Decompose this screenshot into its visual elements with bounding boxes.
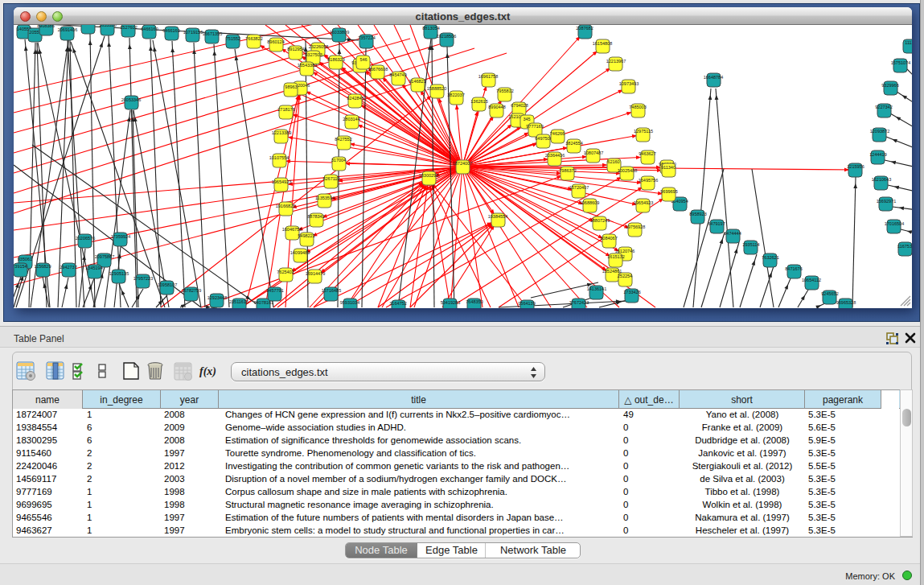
svg-text:19166825: 19166825: [276, 204, 295, 208]
svg-text:16671355: 16671355: [203, 31, 222, 36]
svg-text:6466160: 6466160: [141, 27, 158, 31]
svg-text:20691406: 20691406: [58, 27, 77, 32]
svg-text:12093872: 12093872: [870, 129, 889, 134]
svg-text:14136141: 14136141: [587, 286, 606, 291]
svg-text:10719155: 10719155: [183, 30, 203, 35]
svg-text:f(x): f(x): [199, 365, 216, 378]
svg-text:16495756: 16495756: [639, 178, 658, 183]
svg-text:116753: 116753: [897, 244, 912, 249]
svg-text:1362615: 1362615: [470, 99, 487, 104]
svg-text:546: 546: [359, 57, 367, 62]
svg-text:9329966: 9329966: [881, 83, 898, 88]
svg-text:16648784: 16648784: [704, 75, 723, 80]
svg-text:7955812: 7955812: [496, 89, 513, 93]
svg-text:16210643: 16210643: [872, 177, 891, 182]
svg-text:317004: 317004: [331, 158, 346, 163]
svg-text:17957223: 17957223: [133, 276, 153, 281]
svg-text:3824554: 3824554: [565, 141, 582, 146]
svg-text:10688609: 10688609: [580, 200, 599, 205]
svg-text:1615132: 1615132: [607, 254, 624, 259]
svg-text:9227342: 9227342: [875, 105, 892, 109]
svg-text:15720407: 15720407: [569, 185, 589, 190]
svg-text:16961758: 16961758: [478, 74, 498, 79]
svg-text:10654112: 10654112: [802, 278, 821, 282]
svg-text:9327503: 9327503: [305, 52, 322, 57]
svg-text:7632621: 7632621: [762, 255, 778, 260]
svg-text:16154808: 16154808: [593, 41, 612, 46]
svg-text:9699695: 9699695: [660, 189, 677, 194]
svg-text:8186323: 8186323: [327, 57, 344, 62]
svg-text:7648350: 7648350: [466, 299, 483, 304]
svg-text:2942737: 2942737: [60, 265, 76, 270]
svg-text:15751074: 15751074: [891, 60, 910, 65]
svg-text:7663822: 7663822: [245, 36, 262, 41]
svg-text:8454749: 8454749: [389, 72, 406, 77]
svg-text:17359924: 17359924: [111, 234, 130, 239]
svg-text:6479197: 6479197: [708, 221, 725, 226]
svg-text:20053346: 20053346: [121, 97, 141, 102]
svg-text:14099489: 14099489: [290, 250, 310, 255]
svg-text:16033809: 16033809: [330, 30, 349, 35]
svg-text:23226058: 23226058: [309, 44, 328, 49]
svg-text:252254: 252254: [618, 274, 632, 278]
svg-text:9084067: 9084067: [600, 236, 617, 241]
svg-text:3215956: 3215956: [847, 164, 864, 169]
svg-text:16543382: 16543382: [298, 63, 317, 68]
svg-text:8958923: 8958923: [689, 212, 706, 216]
svg-text:8912954: 8912954: [287, 47, 304, 51]
svg-text:10107554: 10107554: [269, 155, 289, 160]
svg-text:6466160: 6466160: [162, 28, 179, 33]
svg-text:19384554: 19384554: [488, 214, 507, 219]
svg-text:10958107: 10958107: [158, 282, 177, 287]
svg-text:19654923: 19654923: [634, 200, 653, 205]
svg-text:20975867: 20975867: [95, 254, 114, 259]
svg-text:8471676: 8471676: [785, 266, 802, 271]
svg-text:8960124: 8960124: [267, 39, 284, 44]
svg-text:10025488: 10025488: [618, 168, 637, 173]
svg-text:345: 345: [523, 117, 530, 122]
svg-text:1156829: 1156829: [34, 264, 51, 269]
svg-text:17016504: 17016504: [885, 221, 904, 226]
svg-text:18724007: 18724007: [453, 161, 472, 166]
svg-text:2087682: 2087682: [576, 26, 593, 31]
svg-text:26676608: 26676608: [368, 67, 388, 72]
svg-text:3164752: 3164752: [389, 301, 406, 306]
svg-text:2718176: 2718176: [277, 107, 294, 112]
svg-text:6794028: 6794028: [511, 103, 528, 108]
svg-text:9777169: 9777169: [526, 124, 543, 129]
svg-text:8813054: 8813054: [422, 26, 439, 31]
svg-text:12923448: 12923448: [207, 295, 227, 300]
svg-text:0564139: 0564139: [518, 301, 535, 306]
svg-text:935061: 935061: [18, 257, 32, 262]
svg-text:12213389: 12213389: [272, 130, 291, 135]
svg-text:7485003: 7485003: [629, 105, 646, 109]
svg-text:12975115: 12975115: [634, 129, 653, 134]
svg-text:12905135: 12905135: [109, 271, 129, 276]
svg-text:1527602: 1527602: [120, 25, 137, 30]
svg-text:8908386: 8908386: [37, 25, 54, 28]
svg-text:15888520: 15888520: [427, 86, 446, 91]
svg-text:7625402: 7625402: [277, 270, 294, 274]
svg-text:23511615: 23511615: [229, 299, 248, 304]
svg-text:11353594: 11353594: [315, 196, 335, 200]
svg-text:9242845: 9242845: [347, 96, 363, 101]
svg-text:6497508: 6497508: [535, 136, 552, 141]
svg-text:7940265: 7940265: [80, 25, 97, 26]
svg-text:12213967: 12213967: [606, 59, 626, 64]
svg-text:8427552: 8427552: [335, 137, 351, 142]
svg-text:9463627: 9463627: [639, 151, 655, 156]
svg-text:95931034: 95931034: [340, 300, 359, 305]
svg-text:1112: 1112: [905, 40, 912, 45]
svg-text:9474444: 9474444: [724, 231, 741, 236]
svg-text:9245652: 9245652: [821, 291, 838, 296]
svg-text:8990448: 8990448: [488, 105, 505, 109]
svg-text:19756928: 19756928: [626, 225, 645, 229]
svg-text:18807249: 18807249: [590, 218, 610, 223]
svg-text:53419283: 53419283: [441, 300, 460, 305]
svg-text:746266: 746266: [550, 131, 565, 136]
svg-text:37672423: 37672423: [569, 300, 589, 305]
svg-text:1345194: 1345194: [85, 266, 102, 270]
svg-text:1733426: 1733426: [623, 290, 640, 295]
svg-text:10807487: 10807487: [584, 150, 603, 155]
svg-text:16914479: 16914479: [306, 271, 325, 276]
